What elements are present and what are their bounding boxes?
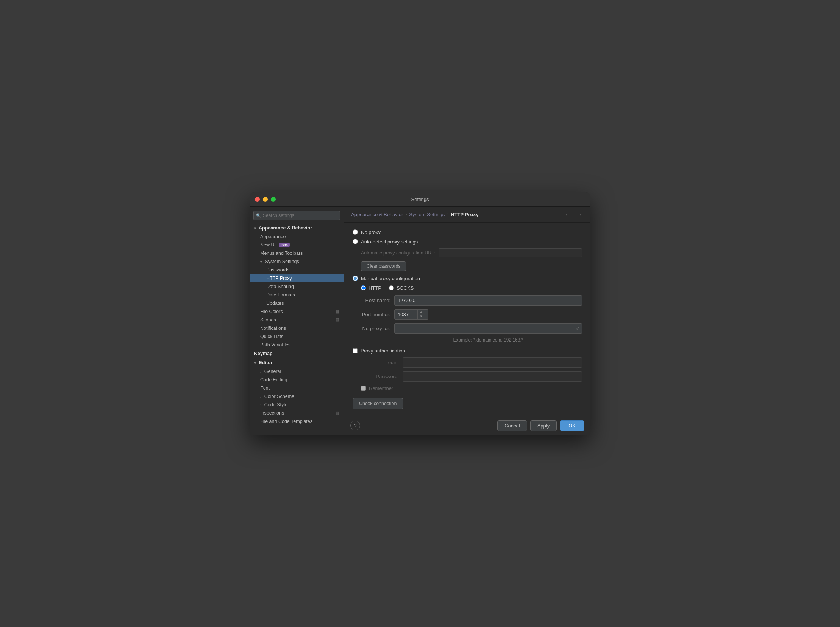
http-label[interactable]: HTTP [369, 285, 381, 291]
bottom-bar: ? Cancel Apply OK [344, 416, 590, 435]
login-input [403, 358, 582, 368]
search-icon: 🔍 [256, 213, 261, 218]
sidebar-item-general[interactable]: › General [250, 367, 344, 376]
sidebar-item-menus-toolbars[interactable]: Menus and Toolbars [250, 249, 344, 257]
remember-label: Remember [369, 386, 393, 391]
proxy-auth-checkbox[interactable] [353, 348, 358, 353]
forward-arrow[interactable]: → [575, 211, 584, 219]
check-connection-button[interactable]: Check connection [353, 398, 403, 409]
manual-proxy-label[interactable]: Manual proxy configuration [361, 276, 420, 281]
auto-url-label: Automatic proxy configuration URL: [361, 250, 435, 255]
auto-detect-radio[interactable] [353, 239, 358, 244]
proxy-auth-label[interactable]: Proxy authentication [361, 348, 405, 354]
example-text: Example: *.domain.com, 192.168.* [394, 337, 582, 343]
settings-window: Settings 🔍 ▾ Appearance & Behavior Appea… [250, 192, 590, 435]
port-down-button[interactable]: ▼ [418, 314, 424, 319]
manual-proxy-radio[interactable] [353, 276, 358, 281]
password-label: Password: [361, 374, 399, 380]
no-proxy-for-input[interactable] [394, 323, 582, 334]
help-button[interactable]: ? [350, 421, 360, 430]
sidebar-item-path-variables[interactable]: Path Variables [250, 341, 344, 349]
content-area: Appearance & Behavior › System Settings … [344, 207, 590, 435]
chevron-right-icon: › [260, 403, 261, 407]
apply-button[interactable]: Apply [530, 420, 557, 431]
settings-icon: ▦ [336, 317, 339, 322]
clear-passwords-button[interactable]: Clear passwords [361, 261, 406, 271]
auto-detect-label[interactable]: Auto-detect proxy settings [361, 239, 418, 244]
port-up-button[interactable]: ▲ [418, 310, 424, 314]
no-proxy-label[interactable]: No proxy [361, 230, 381, 235]
sidebar: 🔍 ▾ Appearance & Behavior Appearance New… [250, 207, 344, 435]
expand-button[interactable]: ⤢ [576, 326, 580, 331]
search-input[interactable] [253, 211, 340, 221]
chevron-down-icon: ▾ [260, 260, 262, 264]
maximize-button[interactable] [271, 197, 276, 202]
sidebar-item-system-settings[interactable]: ▾ System Settings [250, 257, 344, 266]
close-button[interactable] [255, 197, 260, 202]
sidebar-item-editor[interactable]: ▾ Editor [250, 358, 344, 367]
no-proxy-row: No proxy [353, 230, 582, 235]
sidebar-item-http-proxy[interactable]: HTTP Proxy [250, 274, 344, 282]
no-proxy-for-label: No proxy for: [353, 326, 391, 331]
chevron-down-icon: ▾ [254, 226, 256, 230]
sidebar-item-data-sharing[interactable]: Data Sharing [250, 282, 344, 291]
sidebar-item-appearance[interactable]: Appearance [250, 233, 344, 241]
sidebar-item-scopes[interactable]: Scopes ▦ [250, 316, 344, 324]
breadcrumb: Appearance & Behavior › System Settings … [344, 207, 590, 223]
sidebar-item-code-style[interactable]: › Code Style [250, 400, 344, 409]
breadcrumb-part3: HTTP Proxy [451, 212, 478, 217]
breadcrumb-navigation: ← → [563, 211, 584, 219]
login-label: Login: [361, 360, 399, 365]
no-proxy-for-row: No proxy for: ⤢ [353, 323, 582, 334]
breadcrumb-part2[interactable]: System Settings [409, 212, 444, 217]
chevron-right-icon: › [260, 370, 261, 374]
http-radio[interactable] [361, 285, 366, 290]
sidebar-item-color-scheme[interactable]: › Color Scheme [250, 392, 344, 400]
hostname-label: Host name: [353, 298, 391, 303]
sidebar-item-passwords[interactable]: Passwords [250, 266, 344, 274]
minimize-button[interactable] [263, 197, 268, 202]
sidebar-item-appearance-behavior[interactable]: ▾ Appearance & Behavior [250, 224, 344, 233]
search-box: 🔍 [253, 211, 340, 221]
no-proxy-radio[interactable] [353, 230, 358, 235]
auto-url-row: Automatic proxy configuration URL: [361, 248, 582, 257]
back-arrow[interactable]: ← [563, 211, 572, 219]
hostname-input[interactable] [394, 295, 582, 306]
sidebar-item-inspections[interactable]: Inspections ▦ [250, 409, 344, 417]
window-controls [255, 197, 276, 202]
window-title: Settings [411, 197, 429, 202]
remember-row: Remember [361, 386, 582, 391]
sidebar-item-keymap[interactable]: Keymap [250, 349, 344, 358]
login-row: Login: [361, 358, 582, 368]
port-input[interactable] [395, 310, 418, 319]
socks-radio[interactable] [389, 285, 394, 290]
port-row: Port number: ▲ ▼ [353, 309, 582, 320]
sidebar-item-file-colors[interactable]: File Colors ▦ [250, 307, 344, 316]
password-row: Password: [361, 372, 582, 382]
auto-url-input [438, 248, 582, 257]
auto-detect-row: Auto-detect proxy settings [353, 239, 582, 244]
main-area: 🔍 ▾ Appearance & Behavior Appearance New… [250, 207, 590, 435]
socks-label[interactable]: SOCKS [397, 285, 414, 291]
protocol-row: HTTP SOCKS [361, 285, 582, 291]
sidebar-item-notifications[interactable]: Notifications [250, 324, 344, 332]
sidebar-item-font[interactable]: Font [250, 384, 344, 392]
chevron-down-icon: ▾ [254, 361, 256, 365]
breadcrumb-part1[interactable]: Appearance & Behavior [351, 212, 403, 217]
cancel-button[interactable]: Cancel [497, 420, 527, 431]
sidebar-item-new-ui[interactable]: New UI Beta [250, 241, 344, 249]
ok-button[interactable]: OK [560, 420, 585, 431]
proxy-auth-row: Proxy authentication [353, 348, 582, 354]
nav-tree: ▾ Appearance & Behavior Appearance New U… [250, 224, 344, 435]
beta-badge: Beta [279, 243, 290, 247]
sidebar-item-date-formats[interactable]: Date Formats [250, 291, 344, 299]
settings-icon: ▦ [336, 309, 339, 314]
sidebar-item-code-editing[interactable]: Code Editing [250, 376, 344, 384]
sidebar-item-updates[interactable]: Updates [250, 299, 344, 307]
settings-icon: ▦ [336, 410, 339, 415]
no-proxy-for-wrap: ⤢ [394, 323, 582, 334]
sidebar-item-file-code-templates[interactable]: File and Code Templates [250, 417, 344, 425]
sidebar-item-quick-lists[interactable]: Quick Lists [250, 332, 344, 341]
remember-checkbox [361, 386, 366, 391]
chevron-right-icon: › [260, 394, 261, 399]
